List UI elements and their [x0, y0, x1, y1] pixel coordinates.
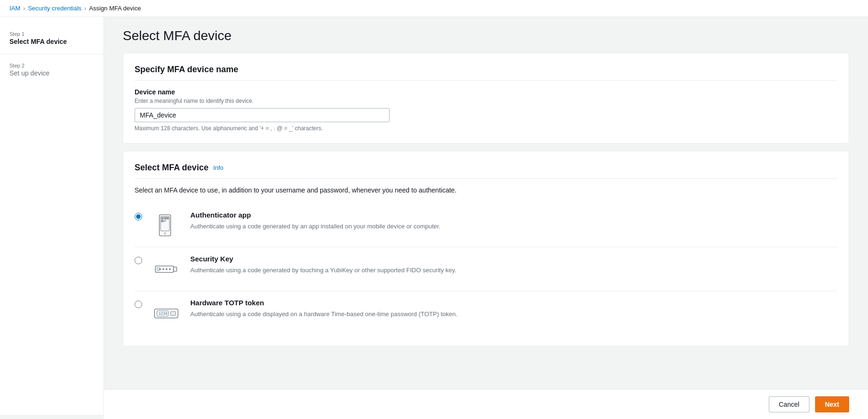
device-name-card-title: Specify MFA device name [135, 65, 837, 81]
cancel-button[interactable]: Cancel [769, 396, 809, 412]
radio-hardware-totp[interactable] [135, 301, 142, 308]
breadcrumb-iam[interactable]: IAM [9, 5, 20, 12]
authenticator-app-icon [150, 211, 183, 239]
sidebar-step-2: Step 2 Set up device [0, 60, 103, 80]
device-name-card: Specify MFA device name Device name Ente… [123, 53, 849, 143]
svg-point-17 [159, 268, 161, 269]
breadcrumb-current: Assign MFA device [89, 5, 141, 12]
security-key-info: Security Key Authenticate using a code g… [190, 255, 837, 275]
authenticator-app-title: Authenticator app [190, 211, 837, 219]
breadcrumb-sep-1: › [23, 5, 25, 12]
device-name-input[interactable] [135, 108, 390, 122]
radio-authenticator-wrap[interactable] [135, 213, 142, 222]
main-content: Select MFA device Specify MFA device nam… [104, 17, 868, 415]
svg-rect-10 [166, 220, 166, 221]
device-name-hint: Enter a meaningful name to identify this… [135, 98, 837, 104]
radio-hardware-totp-wrap[interactable] [135, 301, 142, 310]
radio-authenticator[interactable] [135, 213, 142, 220]
svg-text:1234: 1234 [159, 311, 168, 315]
authenticator-app-desc: Authenticate using a code generated by a… [190, 222, 837, 231]
info-link[interactable]: Info [213, 164, 223, 171]
device-name-label: Device name [135, 88, 837, 96]
hardware-totp-info: Hardware TOTP token Authenticate using a… [190, 299, 837, 319]
svg-rect-15 [173, 267, 177, 271]
footer: Cancel Next [104, 389, 868, 419]
svg-point-19 [166, 268, 167, 269]
select-mfa-title-text: Select MFA device [135, 163, 208, 173]
sidebar-step-1-title: Select MFA device [9, 38, 94, 45]
page-title: Select MFA device [123, 28, 849, 43]
svg-rect-8 [162, 220, 163, 222]
security-key-icon [150, 255, 183, 283]
svg-rect-13 [167, 218, 169, 219]
mfa-option-hardware-totp[interactable]: 1234 Hardware TOTP token Authenticate us… [135, 291, 837, 335]
security-key-desc: Authenticate using a code generated by t… [190, 266, 837, 275]
select-mfa-title: Select MFA device Info [135, 163, 837, 179]
svg-point-20 [169, 268, 170, 269]
sidebar-step-1-label: Step 1 [9, 31, 94, 37]
breadcrumb-security-credentials[interactable]: Security credentials [28, 5, 81, 12]
svg-point-18 [162, 268, 164, 269]
sidebar-step-2-title: Set up device [9, 69, 94, 77]
hardware-totp-title: Hardware TOTP token [190, 299, 837, 307]
svg-rect-4 [162, 218, 163, 219]
mfa-description: Select an MFA device to use, in addition… [135, 186, 837, 194]
device-name-constraint: Maximum 128 characters. Use alphanumeric… [135, 125, 837, 132]
svg-rect-9 [164, 220, 166, 220]
radio-security-key[interactable] [135, 257, 142, 264]
sidebar-step-1: Step 1 Select MFA device [0, 28, 103, 48]
radio-security-key-wrap[interactable] [135, 257, 142, 266]
hardware-totp-desc: Authenticate using a code displayed on a… [190, 310, 837, 319]
breadcrumb: IAM › Security credentials › Assign MFA … [0, 0, 868, 17]
svg-rect-11 [164, 221, 165, 222]
authenticator-app-info: Authenticator app Authenticate using a c… [190, 211, 837, 231]
hardware-totp-icon: 1234 [150, 299, 183, 327]
svg-rect-16 [157, 268, 159, 271]
svg-rect-6 [165, 218, 166, 219]
select-mfa-card: Select MFA device Info Select an MFA dev… [123, 151, 849, 346]
next-button[interactable]: Next [815, 396, 849, 412]
security-key-title: Security Key [190, 255, 837, 263]
mfa-option-authenticator[interactable]: Authenticator app Authenticate using a c… [135, 203, 837, 247]
mfa-option-security-key[interactable]: Security Key Authenticate using a code g… [135, 247, 837, 291]
sidebar: Step 1 Select MFA device Step 2 Set up d… [0, 17, 104, 415]
breadcrumb-sep-2: › [85, 5, 86, 12]
svg-rect-24 [170, 311, 175, 316]
sidebar-step-2-label: Step 2 [9, 63, 94, 68]
